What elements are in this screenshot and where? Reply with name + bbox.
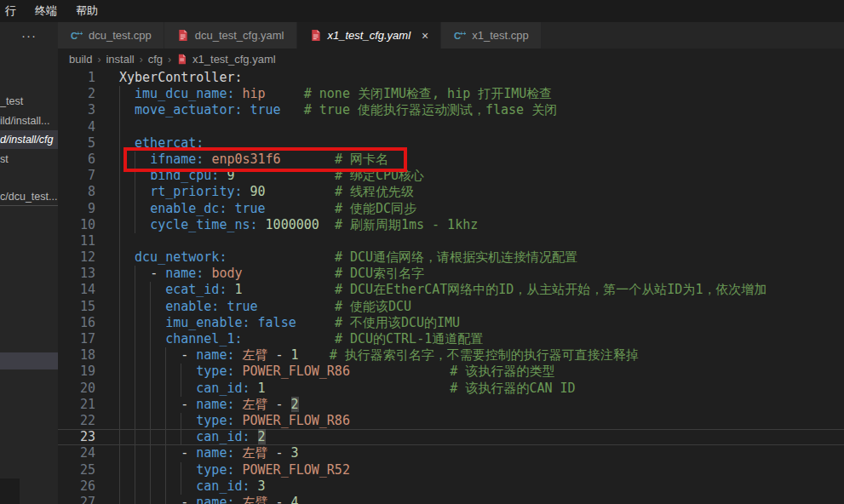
code-line[interactable]: 22 type: POWER_FLOW_R86 xyxy=(58,413,844,429)
indent-guide xyxy=(150,478,151,495)
tab-x1-test-cpp[interactable]: C++ x1_test.cpp xyxy=(441,22,542,49)
code-line[interactable]: 15 enable: true # 使能该DCU xyxy=(58,299,844,315)
token-key: imu_enable: xyxy=(165,315,250,330)
indent-guide xyxy=(150,445,151,461)
line-number: 7 xyxy=(58,168,119,184)
sidebar-item[interactable]: ild/install... xyxy=(0,112,58,130)
code-line[interactable]: 27 - name: 左臂 - 4 xyxy=(58,495,844,504)
indent-guide xyxy=(135,299,135,315)
sidebar-highlight-row[interactable] xyxy=(0,352,58,369)
code-line[interactable]: 14 ecat_id: 1 # DCU在EtherCAT网络中的ID，从主站开始… xyxy=(58,282,844,298)
line-number: 26 xyxy=(58,478,119,495)
indent-guide xyxy=(119,445,120,461)
code-text: cycle_time_ns: 1000000 # 刷新周期1ms - 1khz xyxy=(119,217,478,233)
highlighted-token: 2 xyxy=(258,429,266,444)
code-line[interactable]: 13 - name: body # DCU索引名字 xyxy=(58,266,844,282)
line-number: 16 xyxy=(58,315,119,331)
code-line[interactable]: 18 - name: 左臂 - 1 # 执行器索引名字，不需要控制的执行器可直接… xyxy=(58,347,844,364)
line-number: 10 xyxy=(58,217,119,233)
code-line[interactable]: 26 can_id: 3 xyxy=(58,478,844,495)
indent-guide xyxy=(165,364,166,380)
token-num: 1 xyxy=(258,381,266,396)
indent-guide xyxy=(165,445,166,461)
code-line[interactable]: 16 imu_enable: false # 不使用该DCU的IMU xyxy=(58,315,844,331)
indent-guide xyxy=(150,347,151,364)
code-line[interactable]: 10 cycle_time_ns: 1000000 # 刷新周期1ms - 1k… xyxy=(58,217,844,233)
code-line[interactable]: 4 xyxy=(58,119,844,135)
code-line[interactable]: 3 move_actuator: true # true 使能执行器运动测试，f… xyxy=(58,102,844,118)
token-plain xyxy=(266,201,335,216)
tab-dcu-test-cpp[interactable]: C++ dcu_test.cpp xyxy=(58,22,164,49)
line-number: 22 xyxy=(58,413,119,429)
indent-guide xyxy=(150,381,151,397)
indent-guide xyxy=(119,478,120,495)
code-line[interactable]: 12 dcu_network: # DCU通信网络，请根据实机连接情况配置 xyxy=(58,249,844,266)
indent-guide xyxy=(181,364,181,380)
token-plain xyxy=(234,445,242,461)
token-plain: - xyxy=(181,445,196,461)
svg-text:++: ++ xyxy=(77,31,83,37)
token-plain xyxy=(119,299,165,314)
indent-guide xyxy=(150,331,151,347)
token-key: enable: xyxy=(165,299,219,314)
sidebar-item-selected[interactable]: d/install/cfg xyxy=(0,130,58,149)
token-key: ecat_id: xyxy=(165,282,227,297)
close-tab-icon[interactable]: × xyxy=(422,29,428,43)
token-key: name: xyxy=(196,397,234,412)
token-plain xyxy=(119,478,196,494)
token-key: can_id: xyxy=(196,429,250,444)
token-plain xyxy=(234,462,242,478)
chevron-right-icon: › xyxy=(97,54,100,66)
code-line[interactable]: 19 type: POWER_FLOW_R86 # 该执行器的类型 xyxy=(58,364,844,380)
code-line[interactable]: 21 - name: 左臂 - 2 xyxy=(58,397,844,413)
code-line[interactable]: 24 - name: 左臂 - 3 xyxy=(58,445,844,461)
breadcrumb-item-build[interactable]: build xyxy=(69,53,92,66)
code-line[interactable]: 9 enable_dc: true # 使能DC同步 xyxy=(58,201,844,217)
tab-x1-test-cfg-yaml[interactable]: x1_test_cfg.yaml × xyxy=(297,22,442,49)
token-plain xyxy=(258,299,335,314)
code-line[interactable]: 1XyberController: xyxy=(58,70,844,86)
breadcrumb-item-cfg[interactable]: cfg xyxy=(148,53,163,66)
sidebar-item[interactable]: st xyxy=(0,150,58,169)
token-key: type: xyxy=(196,462,234,478)
indent-guide xyxy=(165,462,166,478)
code-text: - name: 左臂 - 2 xyxy=(119,397,299,413)
code-line[interactable]: 2 imu_dcu_name: hip # none 关闭IMU检查, hip … xyxy=(58,86,844,102)
indent-guide xyxy=(135,429,135,445)
code-line[interactable]: 11 xyxy=(58,233,844,249)
code-area[interactable]: 1XyberController:2 imu_dcu_name: hip # n… xyxy=(58,70,844,504)
breadcrumb-item-install[interactable]: install xyxy=(106,53,134,66)
indent-guide xyxy=(119,299,120,315)
indent-guide xyxy=(135,184,135,200)
breadcrumb-item-file[interactable]: x1_test_cfg.yaml xyxy=(192,53,276,66)
token-bool: true xyxy=(227,299,257,314)
code-line[interactable]: 25 type: POWER_FLOW_R52 xyxy=(58,462,844,478)
token-key: name: xyxy=(196,445,234,461)
indent-guide xyxy=(150,495,151,504)
menu-item-help[interactable]: 帮助 xyxy=(76,3,98,19)
menu-item-terminal[interactable]: 终端 xyxy=(35,3,57,19)
code-text: move_actuator: true # true 使能执行器运动测试，fla… xyxy=(119,102,557,118)
code-text: dcu_network: # DCU通信网络，请根据实机连接情况配置 xyxy=(119,249,577,266)
menu-item-run[interactable]: 行 xyxy=(5,3,16,19)
sidebar-item[interactable]: _test xyxy=(0,92,58,111)
code-text: enable_dc: true # 使能DC同步 xyxy=(119,201,416,217)
token-plain xyxy=(299,347,330,363)
token-key: type: xyxy=(196,413,234,428)
token-plain xyxy=(250,478,258,494)
tab-dcu-test-cfg-yaml[interactable]: dcu_test_cfg.yaml xyxy=(164,22,297,49)
token-plain xyxy=(234,364,242,379)
sidebar-item[interactable]: c/dcu_test... xyxy=(0,187,58,206)
yaml-file-icon xyxy=(176,54,187,65)
line-number: 24 xyxy=(58,445,119,461)
code-line[interactable]: 17 channel_1: # DCU的CTRL-1通道配置 xyxy=(58,331,844,347)
token-plain: - xyxy=(181,347,196,363)
more-actions-icon[interactable]: ··· xyxy=(0,22,58,49)
token-key: can_id: xyxy=(196,381,250,396)
sidebar-bottom-corner xyxy=(0,478,20,504)
code-line[interactable]: 23 can_id: 2 xyxy=(58,429,844,445)
breadcrumb: build › install › cfg › x1_test_cfg.yaml xyxy=(58,49,844,70)
line-number: 25 xyxy=(58,462,119,478)
code-line[interactable]: 8 rt_priority: 90 # 线程优先级 xyxy=(58,184,844,200)
code-line[interactable]: 20 can_id: 1 # 该执行器的CAN ID xyxy=(58,381,844,397)
